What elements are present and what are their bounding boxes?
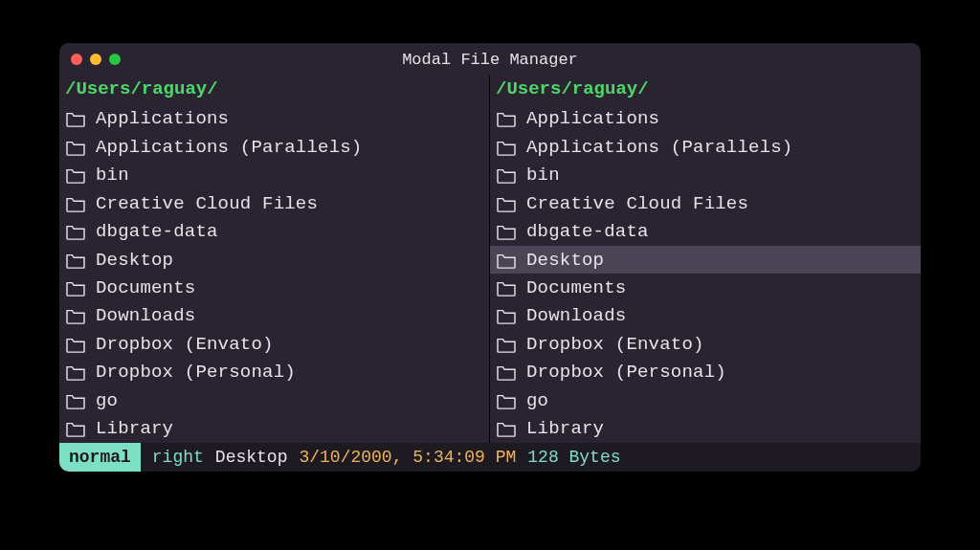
app-window: Modal File Manager /Users/raguay/ Applic… — [59, 43, 921, 472]
item-name: dbgate-data — [96, 221, 218, 242]
item-name: Applications — [526, 108, 659, 129]
statusbar: normal right Desktop 3/10/2000, 5:34:09 … — [59, 443, 921, 472]
item-name: Documents — [96, 277, 195, 298]
list-item[interactable]: Downloads — [59, 302, 489, 330]
list-item[interactable]: go — [59, 386, 489, 414]
folder-icon — [65, 139, 86, 156]
folder-icon — [496, 223, 517, 240]
item-name: Downloads — [526, 305, 626, 326]
folder-icon — [65, 279, 86, 297]
fullscreen-icon[interactable] — [109, 54, 121, 65]
folder-icon — [496, 363, 517, 381]
panes-container: /Users/raguay/ ApplicationsApplications … — [59, 76, 921, 443]
list-item[interactable]: Applications (Parallels) — [490, 133, 921, 161]
item-name: dbgate-data — [526, 221, 649, 242]
minimize-icon[interactable] — [90, 54, 101, 65]
right-cwd: /Users/raguay/ — [490, 76, 921, 105]
left-cwd: /Users/raguay/ — [59, 76, 489, 105]
folder-icon — [65, 166, 86, 184]
list-item[interactable]: go — [490, 386, 921, 414]
left-list: ApplicationsApplications (Parallels)binC… — [59, 105, 489, 443]
item-name: Desktop — [526, 250, 604, 271]
item-name: Documents — [526, 277, 626, 298]
list-item[interactable]: bin — [490, 162, 921, 189]
list-item[interactable]: dbgate-data — [490, 217, 921, 245]
item-name: Applications (Parallels) — [96, 137, 362, 158]
folder-icon — [496, 336, 517, 353]
list-item[interactable]: bin — [59, 162, 489, 189]
titlebar: Modal File Manager — [59, 43, 921, 76]
list-item[interactable]: Downloads — [490, 302, 921, 330]
folder-icon — [65, 252, 86, 269]
list-item[interactable]: Documents — [490, 274, 921, 301]
list-item[interactable]: Dropbox (Envato) — [490, 330, 921, 358]
folder-icon — [65, 363, 86, 381]
item-name: Desktop — [96, 250, 173, 271]
status-details: right Desktop 3/10/2000, 5:34:09 PM 128 … — [141, 443, 621, 472]
folder-icon — [65, 420, 86, 437]
list-item[interactable]: Applications (Parallels) — [59, 133, 489, 161]
list-item[interactable]: dbgate-data — [59, 217, 489, 245]
list-item[interactable]: Dropbox (Envato) — [59, 330, 489, 358]
list-item[interactable]: Applications — [59, 105, 489, 133]
right-pane[interactable]: /Users/raguay/ ApplicationsApplications … — [490, 76, 921, 443]
item-name: go — [526, 390, 548, 411]
right-list: ApplicationsApplications (Parallels)binC… — [490, 105, 921, 443]
folder-icon — [65, 392, 86, 409]
folder-icon — [496, 307, 517, 324]
folder-icon — [65, 223, 86, 240]
item-name: bin — [526, 165, 560, 186]
item-name: Dropbox (Envato) — [96, 334, 274, 355]
folder-icon — [65, 110, 86, 127]
folder-icon — [65, 307, 86, 324]
item-name: Creative Cloud Files — [526, 193, 748, 214]
mode-indicator: normal — [59, 443, 141, 472]
folder-icon — [496, 195, 517, 212]
item-name: Dropbox (Personal) — [96, 362, 296, 383]
item-name: Library — [526, 418, 604, 439]
folder-icon — [496, 252, 517, 269]
item-name: go — [96, 390, 118, 411]
folder-icon — [496, 166, 517, 184]
item-name: Downloads — [96, 305, 195, 326]
list-item[interactable]: Applications — [490, 105, 921, 133]
list-item[interactable]: Dropbox (Personal) — [59, 359, 489, 386]
item-name: Dropbox (Envato) — [526, 334, 704, 355]
status-active-panel: right — [152, 448, 204, 467]
list-item[interactable]: Desktop — [490, 246, 921, 274]
folder-icon — [496, 279, 517, 297]
item-name: Applications — [96, 108, 229, 129]
folder-icon — [496, 139, 517, 156]
list-item[interactable]: Desktop — [59, 246, 489, 274]
list-item[interactable]: Dropbox (Personal) — [490, 359, 921, 386]
item-name: bin — [96, 165, 129, 186]
folder-icon — [496, 420, 517, 437]
close-icon[interactable] — [71, 54, 82, 65]
folder-icon — [65, 336, 86, 353]
list-item[interactable]: Creative Cloud Files — [59, 189, 489, 217]
item-name: Creative Cloud Files — [96, 193, 318, 214]
folder-icon — [496, 110, 517, 127]
item-name: Applications (Parallels) — [526, 137, 792, 158]
list-item[interactable]: Library — [59, 415, 489, 443]
list-item[interactable]: Documents — [59, 274, 489, 301]
item-name: Library — [96, 418, 173, 439]
traffic-lights — [71, 54, 121, 65]
list-item[interactable]: Library — [490, 415, 921, 443]
left-pane[interactable]: /Users/raguay/ ApplicationsApplications … — [59, 76, 490, 443]
status-size: 128 Bytes — [527, 448, 620, 467]
list-item[interactable]: Creative Cloud Files — [490, 189, 921, 217]
status-timestamp: 3/10/2000, 5:34:09 PM — [299, 448, 516, 467]
item-name: Dropbox (Personal) — [526, 362, 726, 383]
status-selected-name: Desktop — [215, 448, 288, 467]
folder-icon — [65, 195, 86, 212]
window-title: Modal File Manager — [59, 51, 921, 69]
folder-icon — [496, 392, 517, 409]
